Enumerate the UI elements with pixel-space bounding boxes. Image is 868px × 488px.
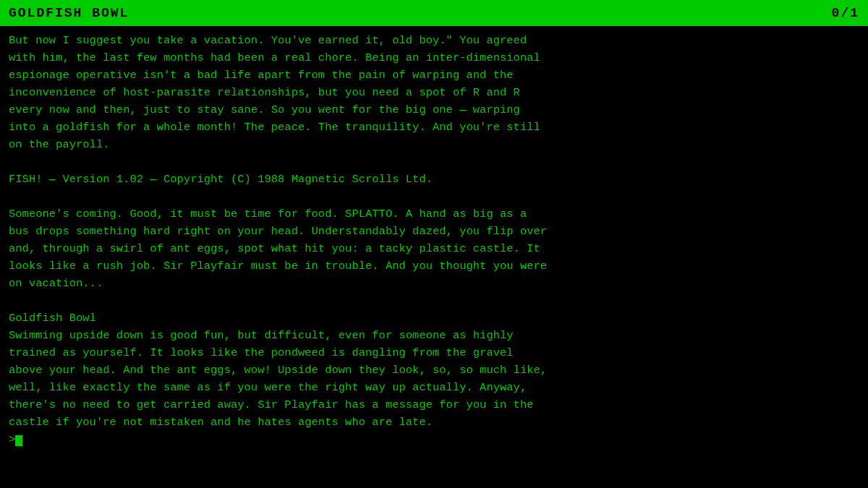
blank-1 bbox=[9, 153, 859, 171]
location-title: Goldfish Bowl bbox=[9, 309, 859, 327]
score: 0/1 bbox=[832, 6, 859, 20]
splatto-paragraph: Someone's coming. Good, it must be time … bbox=[9, 205, 859, 292]
copyright-paragraph: FISH! — Version 1.02 — Copyright (C) 198… bbox=[9, 171, 859, 188]
copyright-line: FISH! — Version 1.02 — Copyright (C) 198… bbox=[9, 171, 859, 188]
blank-2 bbox=[9, 188, 859, 205]
intro-line-3: espionage operative isn't a bad life apa… bbox=[9, 67, 859, 84]
location-line-1: Swimming upside down is good fun, but di… bbox=[9, 327, 859, 344]
input-prompt[interactable]: > bbox=[9, 431, 859, 448]
content-area[interactable]: But now I suggest you take a vacation. Y… bbox=[0, 26, 868, 488]
title-bar: GOLDFISH BOWL 0/1 bbox=[0, 0, 868, 26]
location-paragraph: Goldfish Bowl Swimming upside down is go… bbox=[9, 309, 859, 431]
game-title: GOLDFISH BOWL bbox=[9, 6, 129, 20]
location-line-3: above your head. And the ant eggs, wow! … bbox=[9, 361, 859, 379]
intro-line-5: every now and then, just to stay sane. S… bbox=[9, 101, 859, 119]
splatto-line-4: looks like a rush job. Sir Playfair must… bbox=[9, 257, 859, 275]
intro-line-6: into a goldfish for a whole month! The p… bbox=[9, 119, 859, 136]
location-line-4: well, like exactly the same as if you we… bbox=[9, 379, 859, 396]
splatto-line-2: bus drops something hard right on your h… bbox=[9, 223, 859, 240]
splatto-line-1: Someone's coming. Good, it must be time … bbox=[9, 205, 859, 223]
intro-line-7: on the payroll. bbox=[9, 136, 859, 153]
intro-line-4: inconvenience of host-parasite relations… bbox=[9, 84, 859, 101]
location-line-5: there's no need to get carried away. Sir… bbox=[9, 396, 859, 414]
cursor bbox=[15, 435, 22, 447]
splatto-line-3: and, through a swirl of ant eggs, spot w… bbox=[9, 240, 859, 257]
location-line-2: trained as yourself. It looks like the p… bbox=[9, 344, 859, 361]
blank-3 bbox=[9, 292, 859, 309]
terminal: GOLDFISH BOWL 0/1 But now I suggest you … bbox=[0, 0, 868, 488]
prompt-symbol: > bbox=[9, 433, 15, 446]
intro-line-2: with him, the last few months had been a… bbox=[9, 49, 859, 67]
splatto-line-5: on vacation... bbox=[9, 275, 859, 292]
intro-paragraph: But now I suggest you take a vacation. Y… bbox=[9, 32, 859, 153]
location-line-6: castle if you're not mistaken and he hat… bbox=[9, 414, 859, 431]
intro-line-1: But now I suggest you take a vacation. Y… bbox=[9, 32, 859, 49]
